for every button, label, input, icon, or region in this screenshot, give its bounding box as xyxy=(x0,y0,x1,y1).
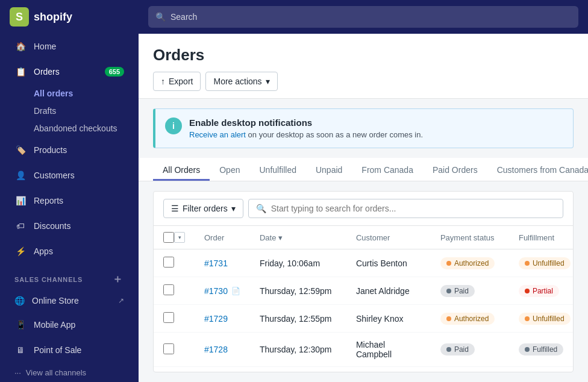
sidebar-item-products[interactable]: 🏷️ Products xyxy=(5,138,134,162)
sidebar-item-discounts[interactable]: 🏷 Discounts xyxy=(5,214,134,238)
ellipsis-icon: ··· xyxy=(14,368,21,377)
sidebar-item-mobile-app[interactable]: 📱 Mobile App xyxy=(5,313,134,337)
payment-status-label: Authorized xyxy=(454,315,489,323)
export-button[interactable]: ↑ Export xyxy=(153,72,201,91)
tab-open[interactable]: Open xyxy=(210,158,249,181)
sidebar-item-label: Discounts xyxy=(34,221,70,231)
select-dropdown-button[interactable]: ▾ xyxy=(174,232,185,243)
orders-badge: 655 xyxy=(105,67,124,77)
column-header-date[interactable]: Date ▾ xyxy=(250,226,346,249)
table-row: #1731 Friday, 10:06am Curtis Benton Auth… xyxy=(154,249,574,277)
global-search[interactable]: 🔍 Search xyxy=(148,6,578,28)
page-header: Orders ↑ Export More actions ▾ xyxy=(139,34,588,99)
sidebar-item-home[interactable]: 🏠 Home xyxy=(5,34,134,58)
row-fulfillment-status: Partial xyxy=(509,277,574,305)
fulfillment-status-label: Unfulfilled xyxy=(533,259,565,268)
notification-content: Enable desktop notifications Receive an … xyxy=(189,117,423,139)
row-checkbox[interactable] xyxy=(163,257,174,268)
row-payment-status: Authorized xyxy=(431,249,509,277)
sales-channels-section: SALES CHANNELS ＋ xyxy=(0,264,139,289)
order-number-link[interactable]: #1728 xyxy=(204,345,228,354)
filter-icon: ☰ xyxy=(171,204,179,213)
column-header-customer: Customer xyxy=(346,226,431,249)
sidebar-item-abandoned-checkouts[interactable]: Abandoned checkouts xyxy=(34,120,134,137)
tab-customers-from-canada[interactable]: Customers from Canada xyxy=(487,158,588,181)
payment-status-label: Authorized xyxy=(454,259,489,268)
shopify-logo-icon: S xyxy=(10,7,29,27)
sidebar-item-label: Reports xyxy=(34,196,63,205)
toolbar: ↑ Export More actions ▾ xyxy=(153,72,574,98)
tab-unfulfilled[interactable]: Unfulfilled xyxy=(249,158,305,181)
order-number-link[interactable]: #1729 xyxy=(204,314,228,324)
fulfillment-status-label: Partial xyxy=(533,287,553,295)
products-icon: 🏷️ xyxy=(14,144,27,156)
row-payment-status: Paid xyxy=(431,367,509,372)
row-payment-status: Paid xyxy=(431,277,509,305)
logo[interactable]: S shopify xyxy=(10,7,148,27)
tab-all-orders[interactable]: All Orders xyxy=(153,158,210,181)
orders-table-container: ☰ Filter orders ▾ 🔍 ▾ xyxy=(153,191,574,372)
sidebar-item-label: Apps xyxy=(34,246,53,256)
order-number-link[interactable]: #1730 xyxy=(204,286,228,296)
orders-icon: 📋 xyxy=(14,66,27,78)
apps-icon: ⚡ xyxy=(14,245,27,257)
note-icon: 📄 xyxy=(231,287,240,295)
sidebar-item-point-of-sale[interactable]: 🖥 Point of Sale xyxy=(5,338,134,362)
sidebar-item-label: Orders xyxy=(34,67,60,77)
pos-icon: 🖥 xyxy=(14,344,27,356)
order-number-link[interactable]: #1731 xyxy=(204,258,228,268)
row-date: Thursday, 12:30pm xyxy=(250,333,346,367)
sidebar-item-reports[interactable]: 📊 Reports xyxy=(5,189,134,213)
row-order: #1727 📄 xyxy=(195,367,250,372)
filter-row: ☰ Filter orders ▾ 🔍 xyxy=(154,192,573,226)
orders-table: ▾ Order Date ▾ Customer Payment status F… xyxy=(154,226,574,372)
view-all-channels-button[interactable]: ··· View all channels xyxy=(5,363,134,382)
sidebar-item-label: Products xyxy=(34,145,67,155)
row-fulfillment-status: Unfulfilled xyxy=(509,249,574,277)
more-actions-button[interactable]: More actions ▾ xyxy=(205,72,277,91)
tab-unpaid[interactable]: Unpaid xyxy=(306,158,352,181)
select-all-checkbox[interactable] xyxy=(163,232,174,243)
row-order: #1729 xyxy=(195,305,250,333)
sidebar-item-label: Mobile App xyxy=(34,320,75,330)
row-checkbox[interactable] xyxy=(163,343,174,354)
tab-paid-orders[interactable]: Paid Orders xyxy=(423,158,487,181)
sidebar-item-drafts[interactable]: Drafts xyxy=(34,102,134,119)
sidebar-item-apps[interactable]: ⚡ Apps xyxy=(5,239,134,263)
filter-chevron-icon: ▾ xyxy=(231,204,236,213)
notification-text-after: on your desktop as soon as a new order c… xyxy=(248,130,424,139)
row-date: Thursday, 12:25pm xyxy=(250,367,346,372)
orders-search-input[interactable] xyxy=(271,204,555,213)
search-icon: 🔍 xyxy=(256,204,266,213)
app-name: shopify xyxy=(34,11,72,23)
mobile-app-icon: 📱 xyxy=(14,319,27,331)
notification-text: Receive an alert on your desktop as soon… xyxy=(189,130,423,139)
sidebar-item-online-store[interactable]: 🌐 Online Store ↗ xyxy=(5,290,134,312)
tab-from-canada[interactable]: From Canada xyxy=(352,158,423,181)
orders-search[interactable]: 🔍 xyxy=(248,199,563,218)
row-customer: Carol Landes xyxy=(346,367,431,372)
row-checkbox[interactable] xyxy=(163,284,174,295)
table-row: #1728 Thursday, 12:30pm Michael Campbell… xyxy=(154,333,574,367)
search-icon: 🔍 xyxy=(155,12,166,22)
external-link-icon: ↗ xyxy=(118,296,124,305)
top-navigation: S shopify 🔍 Search xyxy=(0,0,588,34)
add-channel-button[interactable]: ＋ xyxy=(112,274,124,286)
more-actions-label: More actions xyxy=(213,77,261,86)
view-all-channels-label: View all channels xyxy=(26,368,86,377)
filter-orders-button[interactable]: ☰ Filter orders ▾ xyxy=(163,199,243,218)
fulfillment-status-label: Fulfilled xyxy=(533,345,557,354)
row-checkbox-cell xyxy=(154,333,195,367)
sidebar-item-customers[interactable]: 👤 Customers xyxy=(5,163,134,187)
sidebar-item-orders[interactable]: 📋 Orders 655 xyxy=(5,60,134,84)
row-order: #1731 xyxy=(195,249,250,277)
column-header-order: Order xyxy=(195,226,250,249)
notification-title: Enable desktop notifications xyxy=(189,117,423,128)
sidebar: 🏠 Home 📋 Orders 655 All orders Drafts Ab… xyxy=(0,34,139,382)
sidebar-item-all-orders[interactable]: All orders xyxy=(34,85,134,102)
notification-link[interactable]: Receive an alert xyxy=(189,130,246,139)
table-row: #1730 📄 Thursday, 12:59pm Janet Aldridge… xyxy=(154,277,574,305)
row-customer: Shirley Knox xyxy=(346,305,431,333)
row-order: #1728 xyxy=(195,333,250,367)
row-checkbox[interactable] xyxy=(163,312,174,323)
